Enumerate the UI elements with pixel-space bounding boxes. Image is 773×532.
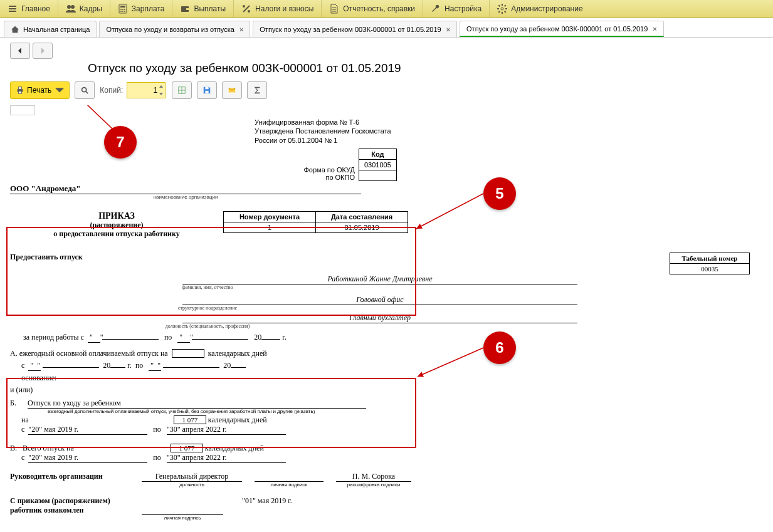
svg-rect-18 [18,91,21,94]
code-table: Код 0301005 [359,149,397,181]
sigma-button[interactable] [247,81,267,99]
menu-taxes[interactable]: Налоги и взносы [234,0,322,18]
wrench-icon [431,4,441,14]
svg-point-6 [124,9,125,10]
home-icon [11,25,19,34]
grant-label: Предоставить отпуск [10,253,670,274]
menu-reports[interactable]: Отчетность, справки [322,0,423,18]
printer-icon [16,86,24,95]
copies-input[interactable]: 1 [127,82,166,98]
doc-meta-table: Номер документаДата составления 101.05.2… [223,211,408,233]
tab-bar: Начальная страница Отпуска по уходу и во… [0,18,773,38]
okud-label: Форма по ОКУД [255,166,355,174]
svg-line-20 [86,91,88,94]
order-heading: ПРИКАЗ (распоряжение) о предоставлении о… [10,211,223,239]
section-b-from: "20" мая 2019 г. [28,425,147,435]
spin-up[interactable] [157,83,165,90]
copies-label: Копий: [100,86,123,95]
forward-button[interactable] [33,43,53,59]
spin-down[interactable] [157,90,165,98]
section-b-to: "30" апреля 2022 г. [167,425,286,435]
floppy-icon [202,86,211,95]
tabnum-table: Табельный номер 00035 [670,253,750,274]
people-icon [66,4,76,14]
top-menu: Главное Кадры Зарплата Выплаты Налоги и … [0,0,773,18]
svg-point-1 [71,5,75,9]
callout-badge-5: 5 [483,177,516,210]
calculator-icon [118,4,128,14]
table-button[interactable] [172,81,192,99]
toolbar: Печать Копий: 1 [0,81,773,105]
grid-icon [177,86,186,95]
sigma-icon [253,86,261,95]
okpo-label: по ОКПО [255,174,355,181]
department: Головной офис [182,295,577,305]
menu-hr[interactable]: Кадры [58,0,110,18]
svg-point-12 [243,5,245,8]
svg-point-4 [120,9,122,10]
document-icon [329,4,339,14]
leave-type: Отпуск по уходу за ребенком [28,399,366,409]
employee-name: Работкиной Жанне Дмитриевне [182,274,577,284]
back-button[interactable] [10,43,30,59]
svg-point-15 [501,8,503,10]
svg-point-7 [120,11,122,12]
arrow-right-icon [39,47,46,55]
svg-rect-24 [206,91,209,93]
section-b-days: 1 077 [174,415,206,424]
menu-main[interactable]: Главное [0,0,58,18]
preview-button[interactable] [75,81,95,99]
form-standard-note: Унифицированная форма № Т-6Утверждена По… [255,118,391,145]
tab-leave-doc-1[interactable]: Отпуск по уходу за ребенком 00ЗК-000001 … [253,21,457,37]
print-form: 7 5 6 Унифицированная форма № Т-6Утвержд… [10,105,750,521]
arrow-left-icon [16,47,24,55]
close-icon[interactable]: × [446,26,450,33]
chevron-down-icon [55,86,64,95]
page-title: Отпуск по уходу за ребенком 00ЗК-000001 … [88,61,773,75]
position: Главный бухгалтер [182,313,577,323]
magnifier-icon [80,86,89,95]
callout-badge-6: 6 [483,331,516,364]
total-days: 1 077 [171,444,203,452]
mail-button[interactable] [222,81,242,99]
ack-date: "01" мая 2019 г. [242,496,292,515]
tab-leave-list[interactable]: Отпуска по уходу и возвраты из отпуска× [99,21,250,37]
nav-row [0,38,773,59]
menu-admin[interactable]: Администрирование [490,0,590,18]
tab-leave-doc-2[interactable]: Отпуск по уходу за ребенком 00ЗК-000001 … [460,21,664,37]
close-icon[interactable]: × [653,25,656,33]
org-sub: наименование организации [10,194,361,200]
menu-icon [8,4,18,14]
svg-rect-25 [206,87,209,90]
svg-point-9 [124,11,125,12]
svg-rect-3 [120,6,125,8]
menu-salary[interactable]: Зарплата [110,0,173,18]
print-button[interactable]: Печать [10,81,70,99]
close-icon[interactable]: × [239,26,243,33]
gear-icon [497,4,507,14]
callout-badge-7: 7 [104,126,137,159]
save-button[interactable] [197,81,217,99]
head-label: Руководитель организации [10,472,142,482]
svg-point-5 [122,9,124,10]
svg-point-13 [248,10,250,13]
menu-payments[interactable]: Выплаты [172,0,234,18]
tab-home[interactable]: Начальная страница [4,21,97,37]
wallet-icon [180,4,190,14]
menu-settings[interactable]: Настройка [423,0,490,18]
svg-point-19 [82,88,87,92]
svg-rect-11 [186,8,189,10]
svg-point-0 [67,5,71,9]
mail-icon [228,86,236,95]
svg-rect-17 [18,87,21,90]
svg-point-8 [122,11,124,12]
organization-name: ООО "Андромеда" [10,184,361,194]
percent-icon [241,4,251,14]
